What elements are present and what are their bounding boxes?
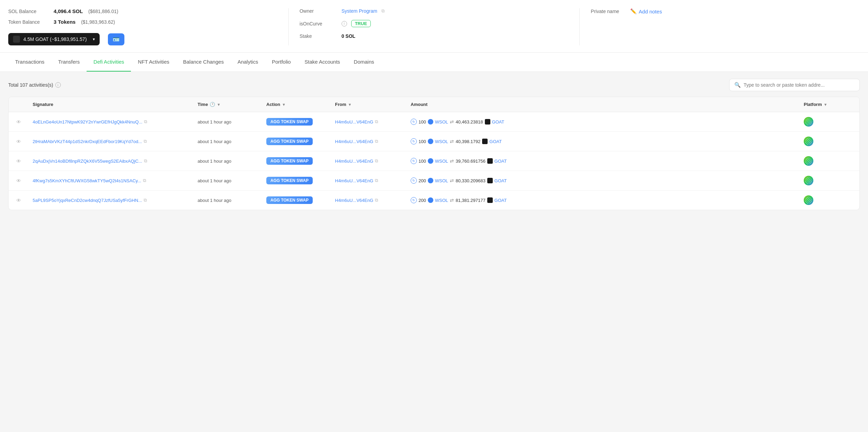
owner-copy-icon[interactable]: ⧉ <box>381 8 385 14</box>
table-row: 👁 4fKwg7s5KmXYhCftUWXG58wkTY5wQ2t4s1NSAC… <box>9 171 859 191</box>
token-balance-usd: ($1,983,963.62) <box>81 19 115 25</box>
platform-filter-icon[interactable]: ▼ <box>824 102 827 107</box>
from-copy-4[interactable]: ⧉ <box>375 178 378 183</box>
wsol-link-2[interactable]: WSOL <box>435 139 448 144</box>
total-activities: Total 107 activities(s) i <box>8 82 61 88</box>
from-filter-icon[interactable]: ▼ <box>348 102 352 107</box>
td-eye-2: 👁 <box>13 134 29 149</box>
copy-icon-5[interactable]: ⧉ <box>144 197 147 203</box>
action-filter-icon[interactable]: ▼ <box>282 102 286 107</box>
goat-link-4[interactable]: GOAT <box>494 178 507 183</box>
amount-out-4: 80,330.209683 <box>456 178 486 183</box>
copy-icon-4[interactable]: ⧉ <box>143 178 146 183</box>
td-amount-2: ↻ 100 WSOL ⇄ 40,398.1792 GOAT <box>407 133 800 149</box>
eye-icon-5[interactable]: 👁 <box>16 197 21 203</box>
eye-icon-1[interactable]: 👁 <box>16 119 21 125</box>
tab-balance-changes[interactable]: Balance Changes <box>176 53 231 72</box>
td-eye-5: 👁 <box>13 193 29 208</box>
from-link-2[interactable]: H4m6uU...V64EnG <box>335 139 373 144</box>
th-eye <box>13 97 29 112</box>
table-header-row: Total 107 activities(s) i 🔍 <box>8 79 860 91</box>
goat-link-1[interactable]: GOAT <box>492 119 504 125</box>
tab-defi-activities[interactable]: Defi Activities <box>87 53 131 72</box>
td-eye-4: 👁 <box>13 173 29 188</box>
amount-group-1: ↻ 100 WSOL ⇄ 40,463.23818 GOAT <box>411 119 504 125</box>
eye-icon-3[interactable]: 👁 <box>16 158 21 164</box>
wsol-link-4[interactable]: WSOL <box>435 178 448 183</box>
tab-analytics[interactable]: Analytics <box>231 53 265 72</box>
from-link-3[interactable]: H4m6uU...V64EnG <box>335 159 373 164</box>
owner-label: Owner <box>300 8 337 14</box>
tab-stake-accounts[interactable]: Stake Accounts <box>298 53 347 72</box>
tab-transactions[interactable]: Transactions <box>8 53 51 72</box>
search-icon: 🔍 <box>734 82 741 88</box>
tab-portfolio[interactable]: Portfolio <box>265 53 298 72</box>
from-link-5[interactable]: H4m6uU...V64EnG <box>335 198 373 203</box>
goat-icon-2 <box>482 139 488 144</box>
search-input[interactable] <box>744 82 855 88</box>
from-link-4[interactable]: H4m6uU...V64EnG <box>335 178 373 183</box>
sig-link-5[interactable]: 5aPL9SP5oYjqxReCnD2cw4dnqQ7JzfUSa5yfFrGH… <box>33 198 142 203</box>
token-selector-text: 4.5M GOAT (~$1,983,951.57) <box>23 36 87 42</box>
tab-transfers[interactable]: Transfers <box>51 53 87 72</box>
td-eye-3: 👁 <box>13 153 29 169</box>
th-action: Action ▼ <box>263 97 332 112</box>
goat-icon-5 <box>487 197 493 203</box>
action-badge-2: AGG TOKEN SWAP <box>266 138 313 145</box>
from-copy-2[interactable]: ⧉ <box>375 139 378 144</box>
td-from-3: H4m6uU...V64EnG ⧉ <box>332 153 407 169</box>
eye-icon-4[interactable]: 👁 <box>16 178 21 184</box>
time-filter-icon[interactable]: ▼ <box>217 102 221 107</box>
stake-label: Stake <box>300 33 337 39</box>
eye-icon-2[interactable]: 👁 <box>16 139 21 144</box>
copy-icon-1[interactable]: ⧉ <box>144 119 147 125</box>
token-selector[interactable]: 4.5M GOAT (~$1,983,951.57) ▾ <box>8 33 100 45</box>
platform-icon-5 <box>804 195 813 205</box>
info-icon[interactable]: i <box>342 21 347 26</box>
td-platform-3 <box>800 151 855 171</box>
time-text-5: about 1 hour ago <box>198 198 231 203</box>
wsol-icon-1 <box>428 119 433 125</box>
add-notes-button[interactable]: ✏️ Add notes <box>630 8 662 14</box>
from-link-1[interactable]: H4m6uU...V64EnG <box>335 119 373 125</box>
wsol-link-3[interactable]: WSOL <box>435 159 448 164</box>
amount-out-3: 39,760.691756 <box>456 159 486 164</box>
is-on-curve-badge: TRUE <box>351 20 371 27</box>
sig-link-3[interactable]: 2qAuDxjVn14oBDf8npRZQkX6V55wegS2EAibxAQj… <box>33 159 142 164</box>
from-copy-5[interactable]: ⧉ <box>375 197 378 203</box>
data-table: Signature Time 🕐 ▼ Action ▼ From ▼ Amoun… <box>8 97 860 210</box>
sig-link-1[interactable]: 4oELnGe4oUn17NtpwK92Y2nYwrGEfHJgQkk4NnuQ… <box>33 119 142 125</box>
wsol-link-5[interactable]: WSOL <box>435 198 448 203</box>
copy-icon-3[interactable]: ⧉ <box>144 158 147 164</box>
wsol-link-1[interactable]: WSOL <box>435 119 448 125</box>
owner-value[interactable]: System Program <box>342 8 377 14</box>
td-platform-1 <box>800 112 855 131</box>
wsol-icon-3 <box>428 158 433 164</box>
token-balance-value: 3 Tokens <box>54 19 76 25</box>
from-copy-3[interactable]: ⧉ <box>375 158 378 164</box>
th-amount: Amount <box>407 97 800 112</box>
goat-link-5[interactable]: GOAT <box>494 198 507 203</box>
platform-icon-4 <box>804 176 813 185</box>
time-col-label: Time <box>198 102 208 107</box>
td-time-3: about 1 hour ago <box>194 154 263 169</box>
tab-domains[interactable]: Domains <box>347 53 381 72</box>
copy-icon-2[interactable]: ⧉ <box>144 139 147 144</box>
sig-link-4[interactable]: 4fKwg7s5KmXYhCftUWXG58wkTY5wQ2t4s1NSACy.… <box>33 178 141 183</box>
total-info-icon[interactable]: i <box>55 82 61 88</box>
goat-link-3[interactable]: GOAT <box>494 159 507 164</box>
from-copy-1[interactable]: ⧉ <box>375 119 378 125</box>
action-badge-3: AGG TOKEN SWAP <box>266 157 313 165</box>
goat-icon-3 <box>487 158 493 164</box>
owner-row: Owner System Program ⧉ <box>300 8 569 14</box>
wallet-button[interactable]: 🪪 <box>108 33 124 45</box>
td-amount-3: ↻ 100 WSOL ⇄ 39,760.691756 GOAT <box>407 153 800 169</box>
td-from-2: H4m6uU...V64EnG ⧉ <box>332 134 407 149</box>
amount-circle-2: ↻ <box>411 138 417 144</box>
goat-link-2[interactable]: GOAT <box>489 139 502 144</box>
swap-arrow-3: ⇄ <box>450 158 454 164</box>
sig-link-2[interactable]: 2tHraMAbrVKzT44p1dS2nkrDxqEEdFbor19KqYd7… <box>33 139 142 144</box>
tab-nft-activities[interactable]: NFT Activities <box>131 53 176 72</box>
th-from: From ▼ <box>332 97 407 112</box>
platform-icon-1 <box>804 117 813 127</box>
